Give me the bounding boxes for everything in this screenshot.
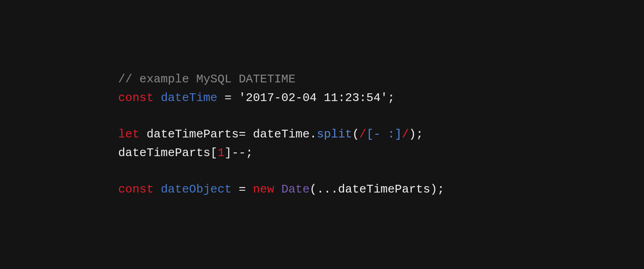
arg-dateTimeParts: dateTimeParts <box>338 183 430 196</box>
spread-operator: ... <box>317 183 338 196</box>
semicolon: ; <box>416 127 423 141</box>
code-comment: // example MySQL DATETIME <box>118 72 295 86</box>
paren-open: ( <box>310 183 317 196</box>
paren-open: ( <box>352 127 359 141</box>
paren-close: ) <box>409 127 416 141</box>
keyword-new: new <box>253 183 274 196</box>
regex-slash: / <box>359 127 367 141</box>
class-Date: Date <box>281 183 310 196</box>
number-literal: 1 <box>217 146 225 160</box>
code-block: // example MySQL DATETIME const dateTime… <box>118 70 444 198</box>
code-text: ]--; <box>225 146 253 160</box>
regex-char-class: [- :] <box>366 127 402 141</box>
var-dateTime: dateTime <box>161 91 218 105</box>
operator-eq: = <box>217 91 239 105</box>
keyword-const: const <box>118 183 154 196</box>
method-split: split <box>317 127 352 141</box>
semicolon: ; <box>437 183 444 196</box>
keyword-let: let <box>118 127 140 141</box>
obj-dateTime: dateTime <box>253 127 310 141</box>
semicolon: ; <box>388 91 395 105</box>
operator-eq: = <box>239 127 253 141</box>
var-dateTimeParts: dateTimeParts <box>146 127 239 141</box>
var-dateObject: dateObject <box>161 183 232 196</box>
regex-slash: / <box>402 127 409 141</box>
paren-close: ) <box>430 183 438 196</box>
operator-eq: = <box>232 183 253 196</box>
code-text: dateTimeParts[ <box>118 146 217 160</box>
keyword-const: const <box>118 91 154 105</box>
dot: . <box>310 127 317 141</box>
string-literal: '2017-02-04 11:23:54' <box>239 91 388 105</box>
